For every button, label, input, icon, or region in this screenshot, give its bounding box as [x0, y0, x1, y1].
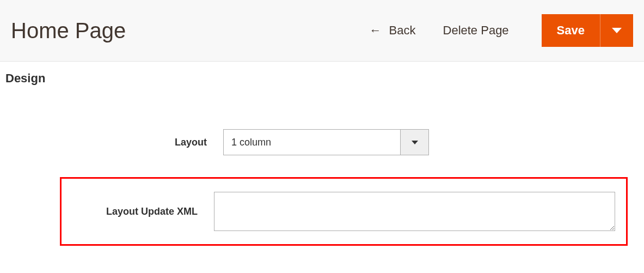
save-dropdown-button[interactable]	[600, 14, 633, 47]
section-title: Design	[5, 71, 639, 86]
chevron-down-icon	[612, 28, 622, 33]
layout-update-xml-textarea[interactable]	[214, 192, 615, 231]
layout-select[interactable]: 1 column	[223, 129, 429, 155]
delete-page-button[interactable]: Delete Page	[443, 23, 509, 38]
save-button[interactable]: Save	[542, 14, 600, 47]
chevron-down-icon	[412, 141, 418, 144]
layout-select-toggle[interactable]	[400, 130, 428, 155]
arrow-left-icon: ←	[370, 25, 382, 37]
back-button-label: Back	[389, 23, 416, 38]
layout-update-xml-row: Layout Update XML	[60, 177, 628, 246]
page-title: Home Page	[11, 19, 370, 43]
back-button[interactable]: ← Back	[370, 23, 416, 38]
layout-update-xml-label: Layout Update XML	[62, 206, 214, 217]
layout-label: Layout	[5, 137, 223, 148]
layout-select-value: 1 column	[224, 137, 400, 148]
save-button-group: Save	[542, 14, 633, 47]
design-section: Design Layout 1 column Layout Update XML	[0, 62, 644, 262]
layout-row: Layout 1 column	[5, 129, 639, 155]
header-actions: ← Back Delete Page Save	[370, 14, 633, 47]
page-header: Home Page ← Back Delete Page Save	[0, 0, 644, 62]
